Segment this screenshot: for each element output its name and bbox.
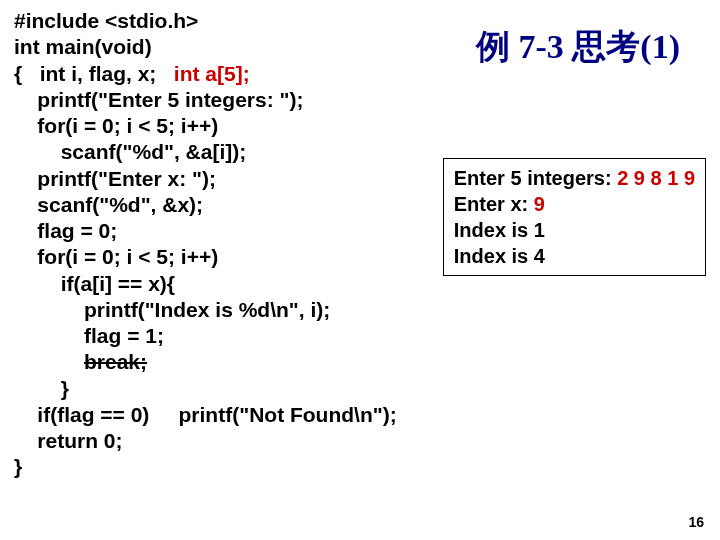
code-line: }: [14, 455, 22, 478]
code-line-strike: break;: [84, 350, 147, 373]
code-line-emph: int a[5];: [174, 62, 250, 85]
code-line: #include <stdio.h>: [14, 9, 198, 32]
code-line: printf("Index is %d\n", i);: [14, 298, 330, 321]
code-line: return 0;: [14, 429, 123, 452]
output-line: Index is 4: [454, 243, 695, 269]
code-line: scanf("%d", &a[i]);: [14, 140, 246, 163]
output-text: Enter 5 integers:: [454, 167, 617, 189]
code-line: }: [14, 377, 69, 400]
output-line: Index is 1: [454, 217, 695, 243]
output-box: Enter 5 integers: 2 9 8 1 9 Enter x: 9 I…: [443, 158, 706, 276]
output-text: Enter x:: [454, 193, 534, 215]
page-number: 16: [688, 514, 704, 530]
output-line: Enter 5 integers: 2 9 8 1 9: [454, 165, 695, 191]
code-line: [14, 350, 84, 373]
code-line: for(i = 0; i < 5; i++): [14, 245, 218, 268]
output-line: Enter x: 9: [454, 191, 695, 217]
code-line: if(flag == 0) printf("Not Found\n");: [14, 403, 397, 426]
code-line: flag = 1;: [14, 324, 164, 347]
output-input: 9: [534, 193, 545, 215]
output-input: 2 9 8 1 9: [617, 167, 695, 189]
code-line: for(i = 0; i < 5; i++): [14, 114, 218, 137]
code-line: printf("Enter 5 integers: ");: [14, 88, 303, 111]
code-line: scanf("%d", &x);: [14, 193, 203, 216]
code-line: int main(void): [14, 35, 152, 58]
code-line: flag = 0;: [14, 219, 117, 242]
code-line: printf("Enter x: ");: [14, 167, 216, 190]
code-line: { int i, flag, x;: [14, 62, 174, 85]
code-line: if(a[i] == x){: [14, 272, 175, 295]
slide-container: 例 7-3 思考(1) #include <stdio.h> int main(…: [0, 0, 720, 540]
slide-title: 例 7-3 思考(1): [476, 24, 680, 70]
